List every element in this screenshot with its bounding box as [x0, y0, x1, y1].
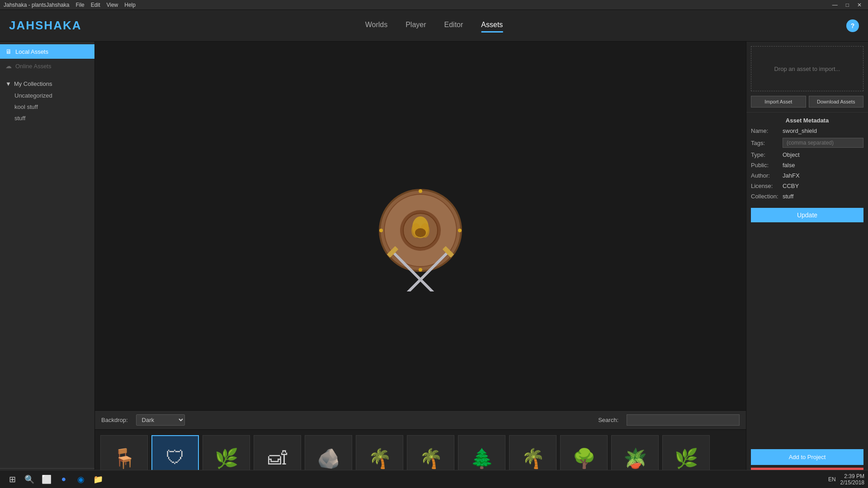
collection-kool-stuff[interactable]: kool stuff — [0, 101, 94, 113]
svg-point-15 — [419, 268, 422, 272]
license-value: CCBY — [783, 183, 799, 189]
taskbar-language: EN — [828, 476, 836, 483]
asset-thumb-sofa_l: 🛋 — [259, 442, 296, 474]
backdrop-select[interactable]: Dark Light Transparent — [136, 414, 185, 426]
taskbar-explorer-icon[interactable]: 📁 — [91, 472, 105, 487]
asset-thumb-small_palm: 🌴 — [515, 442, 551, 474]
collection-value: stuff — [783, 193, 793, 200]
taskbar-date-value: 2/15/2018 — [840, 479, 864, 486]
asset-thumb-young_palm: 🌴 — [362, 442, 398, 474]
menu-jahshaka[interactable]: Jahshaka — [46, 2, 69, 8]
top-nav: JAHSHAKA Worlds Player Editor Assets ? — [0, 10, 868, 42]
sidebar-top: 🖥 Local Assets ☁ Online Assets — [0, 42, 94, 76]
preview-area — [95, 42, 746, 410]
chevron-down-icon: ▼ — [5, 80, 11, 87]
svg-point-17 — [458, 229, 462, 232]
menu-view[interactable]: View — [106, 2, 118, 8]
taskbar-windows-icon[interactable]: ⊞ — [5, 472, 19, 487]
add-to-project-button[interactable]: Add to Project — [751, 449, 863, 465]
drop-zone[interactable]: Drop an asset to import... — [751, 46, 863, 91]
meta-type-row: Type: Object — [751, 151, 863, 158]
backdrop-label: Backdrop: — [101, 417, 128, 423]
my-collections-header[interactable]: ▼ My Collections — [0, 78, 94, 90]
meta-author-row: Author: JahFX — [751, 172, 863, 179]
sidebar: 🖥 Local Assets ☁ Online Assets ▼ My Coll… — [0, 42, 95, 488]
logo-text: JAHSHAKA — [9, 19, 81, 32]
help-icon[interactable]: ? — [846, 19, 859, 32]
maximize-button[interactable]: □ — [843, 2, 852, 8]
nav-assets[interactable]: Assets — [481, 19, 503, 33]
type-label: Type: — [751, 151, 783, 158]
taskbar-time-value: 2:39 PM — [840, 473, 864, 479]
online-assets-label: Online Assets — [15, 63, 52, 70]
svg-point-16 — [379, 229, 383, 232]
collections-tree: ▼ My Collections Uncategorized kool stuf… — [0, 76, 94, 126]
sword-shield-preview — [353, 160, 488, 291]
nav-player[interactable]: Player — [406, 19, 426, 33]
collection-uncategorized[interactable]: Uncategorized — [0, 90, 94, 101]
taskbar-right: EN 2:39 PM 2/15/2018 — [828, 473, 864, 486]
author-value: JahFX — [783, 172, 800, 179]
asset-thumb-sword_shield: 🛡 — [157, 442, 193, 474]
nav-editor[interactable]: Editor — [444, 19, 463, 33]
taskbar: ⊞ 🔍 ⬜ ● ◉ 📁 EN 2:39 PM 2/15/2018 — [0, 470, 868, 488]
my-collections-label: My Collections — [14, 80, 52, 87]
public-label: Public: — [751, 162, 783, 169]
asset-thumb-leafy_tree: 🌿 — [668, 442, 704, 474]
menu-edit[interactable]: Edit — [91, 2, 100, 8]
panel-actions: Import Asset Download Assets — [746, 96, 868, 112]
minimize-button[interactable]: — — [830, 2, 840, 8]
taskbar-chrome-icon[interactable]: ● — [57, 472, 71, 487]
asset-thumb-small_tree: 🌲 — [464, 442, 500, 474]
online-assets-icon: ☁ — [5, 62, 12, 70]
name-value: sword_shield — [783, 127, 817, 134]
tags-input[interactable] — [783, 138, 863, 148]
nav-links: Worlds Player Editor Assets — [365, 19, 503, 33]
sidebar-local-assets[interactable]: 🖥 Local Assets — [0, 44, 94, 59]
nav-worlds[interactable]: Worlds — [365, 19, 388, 33]
svg-point-7 — [415, 228, 426, 237]
license-label: License: — [751, 183, 783, 189]
asset-thumb-table_dinning: 🪑 — [106, 442, 142, 474]
sidebar-online-assets[interactable]: ☁ Online Assets — [0, 59, 94, 73]
collection-label: Collection: — [751, 193, 783, 200]
asset-toolbar: Backdrop: Dark Light Transparent Search: — [95, 410, 746, 430]
asset-metadata: Asset Metadata Name: sword_shield Tags: … — [746, 112, 868, 227]
asset-thumb-splitleaf: 🌿 — [208, 442, 245, 474]
taskbar-search-icon[interactable]: 🔍 — [22, 472, 37, 487]
close-button[interactable]: ✕ — [854, 2, 864, 8]
tags-label: Tags: — [751, 140, 783, 146]
name-label: Name: — [751, 127, 783, 134]
metadata-title: Asset Metadata — [751, 117, 863, 124]
taskbar-edge-icon[interactable]: ◉ — [74, 472, 88, 487]
import-asset-button[interactable]: Import Asset — [751, 96, 806, 108]
meta-collection-row: Collection: stuff — [751, 193, 863, 200]
menu-file[interactable]: File — [75, 2, 84, 8]
asset-preview — [344, 158, 497, 294]
update-button[interactable]: Update — [751, 208, 863, 222]
meta-tags-row: Tags: — [751, 138, 863, 148]
meta-name-row: Name: sword_shield — [751, 127, 863, 134]
asset-thumb-shrub: 🌳 — [566, 442, 602, 474]
public-value: false — [783, 162, 795, 169]
download-assets-button[interactable]: Download Assets — [809, 96, 864, 108]
window-title: Jahshaka - plants — [4, 2, 46, 8]
search-input[interactable] — [627, 414, 740, 426]
asset-thumb-thin_palm: 🌴 — [413, 442, 449, 474]
logo: JAHSHAKA — [9, 19, 81, 33]
taskbar-taskview-icon[interactable]: ⬜ — [39, 472, 54, 487]
asset-thumb-rocks: 🪨 — [311, 442, 347, 474]
content-area: Backdrop: Dark Light Transparent Search:… — [95, 42, 746, 488]
taskbar-clock: 2:39 PM 2/15/2018 — [840, 473, 864, 486]
right-panel: Drop an asset to import... Import Asset … — [746, 42, 868, 488]
main-layout: 🖥 Local Assets ☁ Online Assets ▼ My Coll… — [0, 42, 868, 488]
meta-license-row: License: CCBY — [751, 183, 863, 189]
meta-public-row: Public: false — [751, 162, 863, 169]
menu-help[interactable]: Help — [124, 2, 136, 8]
collection-stuff[interactable]: stuff — [0, 113, 94, 124]
asset-thumb-pot_plant: 🪴 — [617, 442, 653, 474]
local-assets-icon: 🖥 — [5, 48, 12, 55]
svg-point-14 — [419, 189, 422, 193]
type-value: Object — [783, 151, 800, 158]
local-assets-label: Local Assets — [15, 48, 48, 55]
